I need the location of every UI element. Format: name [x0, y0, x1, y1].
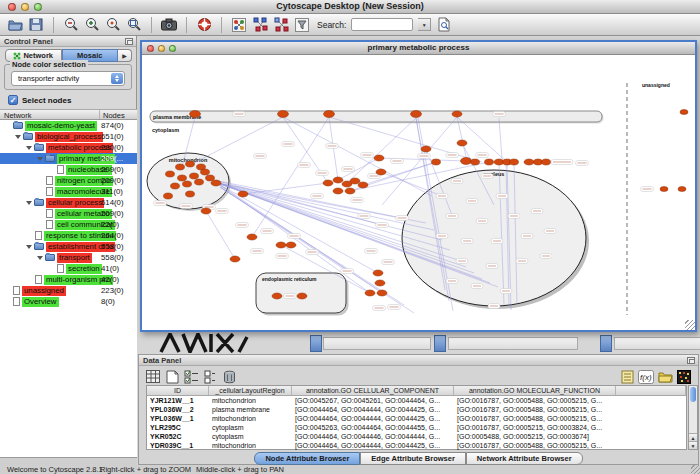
- expand-caret-icon[interactable]: [37, 256, 43, 260]
- tree-row[interactable]: multi-organism pro42(0): [0, 274, 137, 285]
- graph-node[interactable]: [201, 169, 210, 175]
- graph-node[interactable]: [190, 111, 201, 118]
- table-row[interactable]: YKR052Ccytoplasm[GO:0044464, GO:0044446,…: [147, 432, 686, 441]
- tree-column-nodes[interactable]: Nodes: [100, 110, 137, 119]
- tree-row[interactable]: cell communicat22(0): [0, 219, 137, 230]
- graph-node[interactable]: [230, 256, 240, 262]
- expand-caret-icon[interactable]: [26, 201, 32, 205]
- graph-node[interactable]: [452, 111, 462, 117]
- tree-row[interactable]: nucleobase-209(0): [0, 164, 137, 175]
- graph-node[interactable]: [374, 155, 384, 161]
- table-column-header[interactable]: [616, 386, 686, 395]
- graph-node[interactable]: [247, 234, 257, 240]
- open-icon[interactable]: [7, 17, 23, 33]
- graph-edge[interactable]: [218, 183, 442, 240]
- graph-node[interactable]: [186, 191, 195, 197]
- graph-node[interactable]: [272, 293, 282, 299]
- graph-node[interactable]: [333, 177, 343, 183]
- graph-node[interactable]: [201, 208, 211, 214]
- graph-node[interactable]: [524, 159, 534, 165]
- tree-row[interactable]: primary metabo209(...: [0, 153, 137, 164]
- attribute-editor-icon[interactable]: [619, 369, 635, 385]
- import-attributes-icon[interactable]: [657, 369, 673, 385]
- function-builder-icon[interactable]: f(x): [638, 369, 654, 385]
- float-panel-icon[interactable]: [125, 38, 133, 45]
- tree-row[interactable]: Overview8(0): [0, 296, 137, 307]
- zoom-out-icon[interactable]: [63, 17, 79, 33]
- table-row[interactable]: YPL036W__1mitochondrion[GO:0044464, GO:0…: [147, 414, 686, 423]
- graph-node[interactable]: [471, 159, 480, 165]
- network-window-titlebar[interactable]: primary metabolic process: [142, 42, 695, 55]
- graph-node[interactable]: [238, 191, 248, 197]
- graph-node[interactable]: [421, 146, 431, 152]
- graph-node[interactable]: [178, 175, 187, 181]
- graph-node[interactable]: [542, 159, 551, 165]
- graph-node[interactable]: [186, 161, 195, 167]
- select-nodes-checkbox[interactable]: ✓: [8, 95, 18, 105]
- filter-icon[interactable]: [294, 17, 310, 33]
- tree-column-network[interactable]: Network: [0, 110, 100, 119]
- graph-node[interactable]: [432, 159, 441, 165]
- tab-node-attribute-browser[interactable]: Node Attribute Browser: [254, 452, 360, 465]
- graph-node[interactable]: [164, 193, 173, 199]
- graph-node[interactable]: [457, 140, 467, 146]
- graph-edge[interactable]: [206, 211, 235, 259]
- graph-node[interactable]: [195, 179, 204, 185]
- graph-node[interactable]: [166, 171, 175, 177]
- graph-node[interactable]: [183, 181, 192, 187]
- tab-edge-attribute-browser[interactable]: Edge Attribute Browser: [360, 452, 465, 465]
- graph-node[interactable]: [375, 280, 385, 286]
- table-column-header[interactable]: ID: [147, 386, 209, 395]
- tree-row[interactable]: nitrogen compo209(0): [0, 175, 137, 186]
- tree-row[interactable]: establishment of lo558(0): [0, 241, 137, 252]
- select-attributes-icon[interactable]: [183, 369, 199, 385]
- tree-row[interactable]: transport558(0): [0, 252, 137, 263]
- help-ring-icon[interactable]: [196, 17, 212, 33]
- network-red-icon[interactable]: [273, 17, 289, 33]
- table-column-header[interactable]: _cellularLayoutRegion: [209, 386, 292, 395]
- tree-row[interactable]: unassigned223(0): [0, 285, 137, 296]
- tree-row[interactable]: cellular process614(0): [0, 197, 137, 208]
- table-row[interactable]: YJR121W__1mitochondrion[GO:0045267, GO:0…: [147, 396, 686, 405]
- tree-row[interactable]: secretion41(0): [0, 263, 137, 274]
- network-graph[interactable]: plasma membrane cytoplasm mitochondrion …: [142, 55, 695, 330]
- graph-node[interactable]: [461, 158, 472, 165]
- network-blue-icon[interactable]: [252, 17, 268, 33]
- expand-caret-icon[interactable]: [26, 146, 32, 150]
- graph-node[interactable]: [323, 180, 333, 186]
- table-row[interactable]: YLR295Ccytoplasm[GO:0045263, GO:0044464,…: [147, 423, 686, 432]
- tree-row[interactable]: biological_process651(0): [0, 131, 137, 142]
- graph-node[interactable]: [286, 242, 296, 248]
- network-canvas[interactable]: plasma membrane cytoplasm mitochondrion …: [142, 55, 695, 330]
- table-scrollbar[interactable]: ▲ ▼: [688, 385, 698, 450]
- graph-node[interactable]: [377, 290, 387, 296]
- zoom-in-icon[interactable]: [84, 17, 100, 33]
- graph-node[interactable]: [358, 182, 368, 188]
- table-icon[interactable]: [145, 369, 161, 385]
- attribute-table[interactable]: ID_cellularLayoutRegionannotation.GO CEL…: [146, 385, 687, 450]
- scroll-down-icon[interactable]: ▼: [689, 441, 697, 449]
- graph-node[interactable]: [534, 159, 543, 165]
- graph-node[interactable]: [411, 111, 422, 118]
- table-row[interactable]: YDR039C__1mitochondrion[GO:0044464, GO:0…: [147, 441, 686, 450]
- search-input[interactable]: [351, 18, 413, 31]
- graph-node[interactable]: [171, 183, 180, 189]
- float-panel-icon[interactable]: [687, 357, 695, 364]
- graph-edge[interactable]: [218, 181, 382, 225]
- table-column-header[interactable]: annotation.GO CELLULAR_COMPONENT: [292, 386, 454, 395]
- graph-node[interactable]: [333, 188, 343, 194]
- graph-node[interactable]: [365, 290, 375, 296]
- graph-node[interactable]: [680, 110, 688, 115]
- snapshot-icon[interactable]: [161, 17, 177, 33]
- graph-edge[interactable]: [499, 118, 502, 159]
- graph-node[interactable]: [373, 270, 383, 276]
- search-dropdown-button[interactable]: ▼: [418, 18, 431, 31]
- zoom-selected-icon[interactable]: [105, 17, 121, 33]
- graph-node[interactable]: [510, 159, 519, 165]
- graph-node[interactable]: [211, 180, 221, 186]
- graph-node[interactable]: [345, 188, 355, 194]
- matrix-icon[interactable]: [676, 369, 692, 385]
- graph-edge[interactable]: [329, 117, 482, 162]
- advanced-search-icon[interactable]: [436, 17, 452, 33]
- graph-node[interactable]: [190, 173, 199, 179]
